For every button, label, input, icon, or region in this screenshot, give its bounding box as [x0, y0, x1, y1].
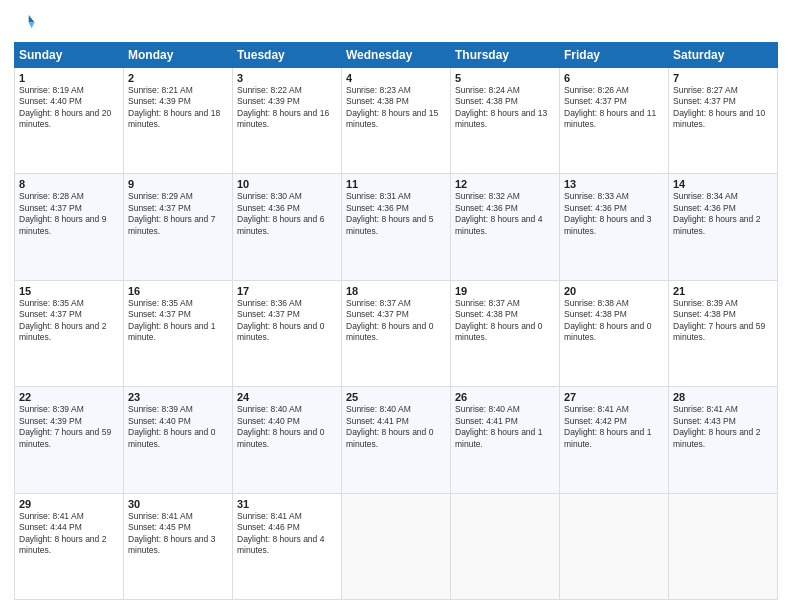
- calendar-day-cell: 16 Sunrise: 8:35 AM Sunset: 4:37 PM Dayl…: [124, 280, 233, 386]
- day-number: 21: [673, 285, 773, 297]
- calendar-day-cell: 18 Sunrise: 8:37 AM Sunset: 4:37 PM Dayl…: [342, 280, 451, 386]
- calendar-day-cell: 4 Sunrise: 8:23 AM Sunset: 4:38 PM Dayli…: [342, 68, 451, 174]
- calendar-header-row: SundayMondayTuesdayWednesdayThursdayFrid…: [15, 43, 778, 68]
- day-number: 11: [346, 178, 446, 190]
- day-info: Sunrise: 8:35 AM Sunset: 4:37 PM Dayligh…: [19, 298, 119, 344]
- day-number: 3: [237, 72, 337, 84]
- calendar-day-cell: 17 Sunrise: 8:36 AM Sunset: 4:37 PM Dayl…: [233, 280, 342, 386]
- day-number: 25: [346, 391, 446, 403]
- day-info: Sunrise: 8:23 AM Sunset: 4:38 PM Dayligh…: [346, 85, 446, 131]
- calendar-day-cell: 6 Sunrise: 8:26 AM Sunset: 4:37 PM Dayli…: [560, 68, 669, 174]
- calendar-day-cell: 13 Sunrise: 8:33 AM Sunset: 4:36 PM Dayl…: [560, 174, 669, 280]
- day-info: Sunrise: 8:40 AM Sunset: 4:41 PM Dayligh…: [455, 404, 555, 450]
- day-number: 30: [128, 498, 228, 510]
- calendar-day-cell: [451, 493, 560, 599]
- day-info: Sunrise: 8:41 AM Sunset: 4:46 PM Dayligh…: [237, 511, 337, 557]
- day-info: Sunrise: 8:39 AM Sunset: 4:38 PM Dayligh…: [673, 298, 773, 344]
- calendar-day-cell: 29 Sunrise: 8:41 AM Sunset: 4:44 PM Dayl…: [15, 493, 124, 599]
- page: SundayMondayTuesdayWednesdayThursdayFrid…: [0, 0, 792, 612]
- day-info: Sunrise: 8:21 AM Sunset: 4:39 PM Dayligh…: [128, 85, 228, 131]
- day-number: 13: [564, 178, 664, 190]
- calendar-day-cell: 12 Sunrise: 8:32 AM Sunset: 4:36 PM Dayl…: [451, 174, 560, 280]
- day-info: Sunrise: 8:39 AM Sunset: 4:40 PM Dayligh…: [128, 404, 228, 450]
- day-number: 5: [455, 72, 555, 84]
- day-info: Sunrise: 8:37 AM Sunset: 4:38 PM Dayligh…: [455, 298, 555, 344]
- day-number: 9: [128, 178, 228, 190]
- day-number: 31: [237, 498, 337, 510]
- logo: [14, 12, 38, 34]
- calendar-day-cell: 8 Sunrise: 8:28 AM Sunset: 4:37 PM Dayli…: [15, 174, 124, 280]
- calendar-day-cell: 19 Sunrise: 8:37 AM Sunset: 4:38 PM Dayl…: [451, 280, 560, 386]
- calendar-day-cell: 11 Sunrise: 8:31 AM Sunset: 4:36 PM Dayl…: [342, 174, 451, 280]
- day-info: Sunrise: 8:19 AM Sunset: 4:40 PM Dayligh…: [19, 85, 119, 131]
- calendar-week-row: 15 Sunrise: 8:35 AM Sunset: 4:37 PM Dayl…: [15, 280, 778, 386]
- day-info: Sunrise: 8:28 AM Sunset: 4:37 PM Dayligh…: [19, 191, 119, 237]
- day-number: 23: [128, 391, 228, 403]
- day-of-week-header: Sunday: [15, 43, 124, 68]
- calendar-week-row: 1 Sunrise: 8:19 AM Sunset: 4:40 PM Dayli…: [15, 68, 778, 174]
- day-number: 29: [19, 498, 119, 510]
- day-info: Sunrise: 8:37 AM Sunset: 4:37 PM Dayligh…: [346, 298, 446, 344]
- day-info: Sunrise: 8:41 AM Sunset: 4:43 PM Dayligh…: [673, 404, 773, 450]
- day-of-week-header: Wednesday: [342, 43, 451, 68]
- day-info: Sunrise: 8:36 AM Sunset: 4:37 PM Dayligh…: [237, 298, 337, 344]
- day-number: 1: [19, 72, 119, 84]
- calendar-day-cell: 28 Sunrise: 8:41 AM Sunset: 4:43 PM Dayl…: [669, 387, 778, 493]
- day-info: Sunrise: 8:35 AM Sunset: 4:37 PM Dayligh…: [128, 298, 228, 344]
- day-info: Sunrise: 8:41 AM Sunset: 4:42 PM Dayligh…: [564, 404, 664, 450]
- day-info: Sunrise: 8:30 AM Sunset: 4:36 PM Dayligh…: [237, 191, 337, 237]
- day-of-week-header: Thursday: [451, 43, 560, 68]
- calendar-day-cell: 7 Sunrise: 8:27 AM Sunset: 4:37 PM Dayli…: [669, 68, 778, 174]
- svg-marker-1: [29, 22, 35, 28]
- day-number: 7: [673, 72, 773, 84]
- calendar-day-cell: 24 Sunrise: 8:40 AM Sunset: 4:40 PM Dayl…: [233, 387, 342, 493]
- calendar-day-cell: 10 Sunrise: 8:30 AM Sunset: 4:36 PM Dayl…: [233, 174, 342, 280]
- day-number: 16: [128, 285, 228, 297]
- day-info: Sunrise: 8:27 AM Sunset: 4:37 PM Dayligh…: [673, 85, 773, 131]
- day-info: Sunrise: 8:26 AM Sunset: 4:37 PM Dayligh…: [564, 85, 664, 131]
- calendar-day-cell: 30 Sunrise: 8:41 AM Sunset: 4:45 PM Dayl…: [124, 493, 233, 599]
- day-number: 27: [564, 391, 664, 403]
- day-number: 6: [564, 72, 664, 84]
- calendar-day-cell: 23 Sunrise: 8:39 AM Sunset: 4:40 PM Dayl…: [124, 387, 233, 493]
- day-number: 12: [455, 178, 555, 190]
- calendar-day-cell: 2 Sunrise: 8:21 AM Sunset: 4:39 PM Dayli…: [124, 68, 233, 174]
- day-number: 19: [455, 285, 555, 297]
- day-number: 24: [237, 391, 337, 403]
- day-info: Sunrise: 8:41 AM Sunset: 4:45 PM Dayligh…: [128, 511, 228, 557]
- calendar-day-cell: [342, 493, 451, 599]
- header: [14, 12, 778, 34]
- day-number: 22: [19, 391, 119, 403]
- calendar-week-row: 29 Sunrise: 8:41 AM Sunset: 4:44 PM Dayl…: [15, 493, 778, 599]
- day-info: Sunrise: 8:34 AM Sunset: 4:36 PM Dayligh…: [673, 191, 773, 237]
- calendar-day-cell: 21 Sunrise: 8:39 AM Sunset: 4:38 PM Dayl…: [669, 280, 778, 386]
- calendar-day-cell: 9 Sunrise: 8:29 AM Sunset: 4:37 PM Dayli…: [124, 174, 233, 280]
- day-info: Sunrise: 8:29 AM Sunset: 4:37 PM Dayligh…: [128, 191, 228, 237]
- day-number: 4: [346, 72, 446, 84]
- day-of-week-header: Friday: [560, 43, 669, 68]
- day-number: 17: [237, 285, 337, 297]
- day-number: 20: [564, 285, 664, 297]
- calendar-day-cell: 25 Sunrise: 8:40 AM Sunset: 4:41 PM Dayl…: [342, 387, 451, 493]
- day-info: Sunrise: 8:22 AM Sunset: 4:39 PM Dayligh…: [237, 85, 337, 131]
- calendar-week-row: 22 Sunrise: 8:39 AM Sunset: 4:39 PM Dayl…: [15, 387, 778, 493]
- day-of-week-header: Saturday: [669, 43, 778, 68]
- day-number: 18: [346, 285, 446, 297]
- day-info: Sunrise: 8:38 AM Sunset: 4:38 PM Dayligh…: [564, 298, 664, 344]
- calendar-day-cell: 27 Sunrise: 8:41 AM Sunset: 4:42 PM Dayl…: [560, 387, 669, 493]
- day-info: Sunrise: 8:33 AM Sunset: 4:36 PM Dayligh…: [564, 191, 664, 237]
- calendar-day-cell: 20 Sunrise: 8:38 AM Sunset: 4:38 PM Dayl…: [560, 280, 669, 386]
- day-info: Sunrise: 8:39 AM Sunset: 4:39 PM Dayligh…: [19, 404, 119, 450]
- calendar-day-cell: 1 Sunrise: 8:19 AM Sunset: 4:40 PM Dayli…: [15, 68, 124, 174]
- calendar-day-cell: 31 Sunrise: 8:41 AM Sunset: 4:46 PM Dayl…: [233, 493, 342, 599]
- calendar-day-cell: 14 Sunrise: 8:34 AM Sunset: 4:36 PM Dayl…: [669, 174, 778, 280]
- calendar-table: SundayMondayTuesdayWednesdayThursdayFrid…: [14, 42, 778, 600]
- calendar-day-cell: 5 Sunrise: 8:24 AM Sunset: 4:38 PM Dayli…: [451, 68, 560, 174]
- day-number: 10: [237, 178, 337, 190]
- day-info: Sunrise: 8:40 AM Sunset: 4:41 PM Dayligh…: [346, 404, 446, 450]
- day-info: Sunrise: 8:41 AM Sunset: 4:44 PM Dayligh…: [19, 511, 119, 557]
- day-number: 15: [19, 285, 119, 297]
- day-info: Sunrise: 8:24 AM Sunset: 4:38 PM Dayligh…: [455, 85, 555, 131]
- logo-icon: [14, 12, 36, 34]
- calendar-day-cell: 26 Sunrise: 8:40 AM Sunset: 4:41 PM Dayl…: [451, 387, 560, 493]
